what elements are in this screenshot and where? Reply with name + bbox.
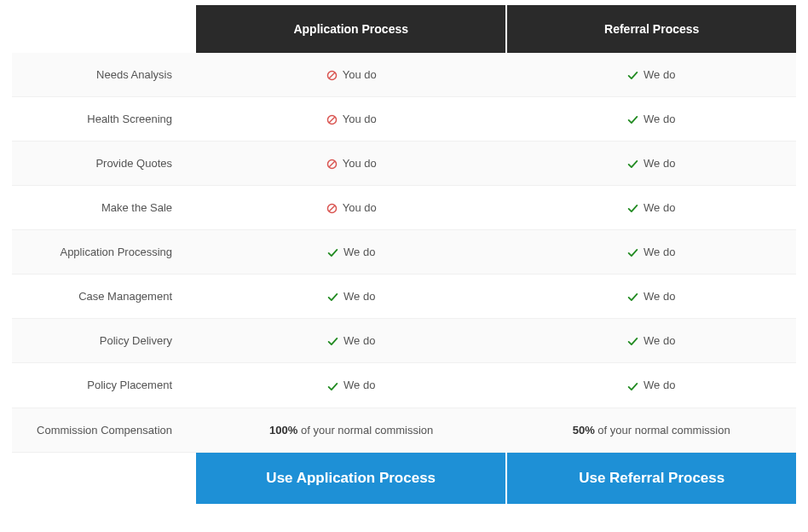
table-row: Policy PlacementWe doWe do: [12, 363, 796, 408]
cell-text: We do: [644, 290, 675, 303]
svg-line-1: [329, 72, 335, 78]
table-row: Health ScreeningYou doWe do: [12, 97, 796, 142]
table-row: Provide QuotesYou doWe do: [12, 142, 796, 186]
cell-text: We do: [644, 334, 675, 347]
ref-cell: We do: [506, 142, 796, 186]
cell-text: We do: [343, 379, 375, 391]
svg-line-5: [329, 161, 335, 167]
row-label: Policy Placement: [12, 363, 196, 408]
prohibit-icon: [326, 114, 338, 125]
svg-line-3: [329, 117, 335, 123]
app-cell: We do: [196, 230, 506, 275]
header-empty: [12, 5, 196, 53]
use-application-button[interactable]: Use Application Process: [196, 452, 506, 504]
row-label: Commission Compensation: [12, 408, 196, 452]
cell-text: We do: [644, 157, 675, 170]
ref-cell: We do: [506, 363, 796, 408]
ref-cell: We do: [506, 186, 796, 230]
check-icon: [627, 159, 638, 170]
ref-cell: We do: [506, 275, 796, 319]
cta-row: Use Application Process Use Referral Pro…: [12, 452, 796, 504]
check-icon: [627, 336, 638, 347]
row-label: Case Management: [12, 275, 196, 319]
check-icon: [627, 114, 638, 125]
check-icon: [327, 247, 338, 258]
cell-text: We do: [343, 246, 375, 258]
commission-app-rest: of your normal commission: [297, 424, 433, 437]
commission-app: 100% of your normal commission: [196, 408, 506, 452]
cell-text: We do: [644, 379, 675, 391]
cell-text: We do: [644, 113, 675, 125]
commission-app-pct: 100%: [269, 424, 297, 437]
cell-text: We do: [644, 68, 675, 81]
check-icon: [627, 203, 638, 214]
ref-cell: We do: [506, 319, 796, 363]
row-label: Provide Quotes: [12, 142, 196, 186]
row-label: Needs Analysis: [12, 53, 196, 97]
commission-ref: 50% of your normal commission: [506, 408, 796, 452]
row-label: Policy Delivery: [12, 319, 196, 363]
header-row: Application Process Referral Process: [12, 5, 796, 53]
table-row: Make the SaleYou doWe do: [12, 186, 796, 230]
app-cell: We do: [196, 275, 506, 319]
check-icon: [627, 381, 638, 392]
cell-text: You do: [343, 113, 377, 125]
app-cell: You do: [196, 186, 506, 230]
cell-text: We do: [343, 334, 375, 347]
cell-text: We do: [644, 246, 675, 258]
app-cell: You do: [196, 53, 506, 97]
check-icon: [327, 381, 338, 392]
cell-text: You do: [343, 68, 377, 81]
prohibit-icon: [326, 159, 338, 170]
check-icon: [327, 292, 338, 303]
check-icon: [327, 336, 338, 347]
cell-text: You do: [343, 201, 377, 214]
table-row: Case ManagementWe doWe do: [12, 275, 796, 319]
app-cell: We do: [196, 363, 506, 408]
row-label: Application Processing: [12, 230, 196, 275]
commission-ref-pct: 50%: [573, 424, 595, 437]
ref-cell: We do: [506, 53, 796, 97]
comparison-table-container: Application Process Referral Process Nee…: [12, 5, 796, 504]
cell-text: We do: [644, 201, 675, 214]
ref-cell: We do: [506, 230, 796, 275]
use-referral-button[interactable]: Use Referral Process: [506, 452, 796, 504]
row-label: Health Screening: [12, 97, 196, 142]
check-icon: [627, 292, 638, 303]
check-icon: [627, 70, 638, 81]
prohibit-icon: [326, 203, 338, 214]
table-row: Policy DeliveryWe doWe do: [12, 319, 796, 363]
table-row: Needs AnalysisYou doWe do: [12, 53, 796, 97]
row-label: Make the Sale: [12, 186, 196, 230]
cell-text: We do: [343, 290, 375, 303]
comparison-table: Application Process Referral Process Nee…: [12, 5, 796, 504]
svg-line-7: [329, 206, 335, 212]
commission-row: Commission Compensation 100% of your nor…: [12, 408, 796, 452]
header-referral: Referral Process: [506, 5, 796, 53]
commission-ref-rest: of your normal commission: [595, 424, 730, 437]
cta-empty: [12, 452, 196, 504]
app-cell: You do: [196, 97, 506, 142]
ref-cell: We do: [506, 97, 796, 142]
check-icon: [627, 247, 638, 258]
table-row: Application ProcessingWe doWe do: [12, 230, 796, 275]
prohibit-icon: [326, 70, 338, 81]
header-application: Application Process: [196, 5, 506, 53]
app-cell: We do: [196, 319, 506, 363]
cell-text: You do: [343, 157, 377, 170]
app-cell: You do: [196, 142, 506, 186]
